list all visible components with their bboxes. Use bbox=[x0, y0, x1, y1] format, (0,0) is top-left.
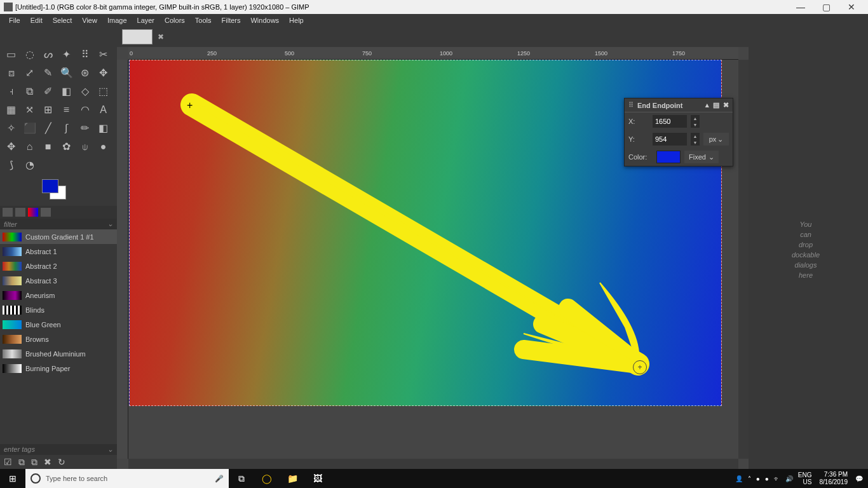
system-tray[interactable]: 👤 ˄ ● ● ᯤ 🔊 ENG US 7:36 PM 8/16/2019 💬 bbox=[730, 471, 868, 486]
menu-view[interactable]: View bbox=[77, 15, 102, 25]
menu-filters[interactable]: Filters bbox=[217, 15, 246, 25]
tool-button[interactable]: ◔ bbox=[20, 156, 39, 174]
tool-button[interactable]: ✂ bbox=[94, 45, 112, 64]
tool-button[interactable]: ᔕ bbox=[39, 45, 57, 64]
people-icon[interactable]: 👤 bbox=[735, 475, 743, 482]
horizontal-scrollbar[interactable] bbox=[128, 459, 738, 469]
ruler-vertical[interactable] bbox=[117, 60, 128, 459]
tray-icon[interactable]: ● bbox=[756, 475, 760, 482]
taskbar-search[interactable]: Type here to search 🎤 bbox=[25, 469, 229, 488]
tool-button[interactable]: ■ bbox=[39, 137, 57, 156]
tool-button[interactable]: ▭ bbox=[2, 45, 20, 64]
chevron-down-icon[interactable]: ⌄ bbox=[107, 220, 113, 228]
tool-button[interactable]: ✏ bbox=[76, 119, 94, 137]
start-button[interactable]: ⊞ bbox=[0, 473, 25, 484]
tool-button[interactable]: ⟆ bbox=[2, 156, 20, 174]
ime-lang[interactable]: ENG bbox=[798, 471, 812, 478]
gradient-list[interactable]: Custom Gradient 1 #1Abstract 1Abstract 2… bbox=[0, 229, 117, 444]
tool-button[interactable]: ⬚ bbox=[94, 82, 112, 100]
tool-button[interactable]: ✎ bbox=[39, 64, 57, 82]
menu-layer[interactable]: Layer bbox=[132, 15, 160, 25]
tool-button[interactable]: ⧉ bbox=[20, 82, 39, 100]
tab-icon[interactable] bbox=[41, 208, 51, 217]
menu-image[interactable]: Image bbox=[102, 15, 132, 25]
gradient-list-item[interactable]: Brushed Aluminium bbox=[0, 346, 117, 361]
tool-button[interactable]: 🔍 bbox=[57, 64, 76, 82]
task-view-button[interactable]: ⧉ bbox=[229, 473, 254, 484]
tool-button[interactable]: ✐ bbox=[39, 82, 57, 100]
tab-icon[interactable] bbox=[3, 208, 13, 217]
tray-icon[interactable]: ● bbox=[765, 475, 769, 482]
tool-button[interactable]: ⤧ bbox=[20, 100, 39, 119]
tool-button[interactable]: ✥ bbox=[94, 64, 112, 82]
gradient-list-item[interactable]: Aneurism bbox=[0, 288, 117, 302]
x-input[interactable]: 1650 bbox=[653, 115, 687, 128]
tool-button[interactable]: ⧈ bbox=[2, 64, 20, 82]
menu-colors[interactable]: Colors bbox=[159, 15, 190, 25]
menu-tools[interactable]: Tools bbox=[190, 15, 217, 25]
tool-button[interactable]: ⌂ bbox=[20, 137, 39, 156]
gradient-list-item[interactable]: Blue Green bbox=[0, 317, 117, 332]
close-tab-icon[interactable]: ✖ bbox=[158, 32, 164, 41]
menu-select[interactable]: Select bbox=[48, 15, 78, 25]
y-spinner[interactable]: ▲▼ bbox=[691, 133, 700, 146]
x-spinner[interactable]: ▲▼ bbox=[691, 115, 700, 128]
tool-button[interactable]: ⊛ bbox=[76, 64, 94, 82]
unit-select[interactable]: px ⌄ bbox=[703, 133, 729, 146]
tool-button[interactable]: ▦ bbox=[2, 100, 20, 119]
tool-button[interactable]: ⬛ bbox=[20, 119, 39, 137]
gradient-list-item[interactable]: Abstract 1 bbox=[0, 244, 117, 259]
tool-button[interactable]: ◇ bbox=[76, 82, 94, 100]
menu-help[interactable]: Help bbox=[284, 15, 309, 25]
gradient-action-button[interactable]: ☑ bbox=[4, 457, 12, 467]
tool-button[interactable]: ⠿ bbox=[76, 45, 94, 64]
ruler-horizontal[interactable]: 02505007501000125015001750 bbox=[128, 47, 738, 60]
taskbar-app-icon[interactable]: 📁 bbox=[280, 473, 305, 484]
image-tab[interactable] bbox=[122, 29, 153, 44]
tool-button[interactable]: ⊞ bbox=[39, 100, 57, 119]
gradient-filter[interactable]: filter ⌄ bbox=[0, 219, 117, 229]
gradient-list-item[interactable]: Browns bbox=[0, 332, 117, 346]
tool-button[interactable]: ◠ bbox=[76, 100, 94, 119]
tool-button[interactable]: ◧ bbox=[94, 119, 112, 137]
detach-icon[interactable]: ▴ bbox=[705, 101, 709, 109]
color-mode-select[interactable]: Fixed ⌄ bbox=[684, 151, 719, 163]
gradient-list-item[interactable]: Blinds bbox=[0, 302, 117, 317]
fg-color-swatch[interactable] bbox=[42, 179, 58, 193]
tool-button[interactable]: ⤢ bbox=[20, 64, 39, 82]
tool-button[interactable]: ◧ bbox=[57, 82, 76, 100]
menu-icon[interactable]: ▤ bbox=[713, 101, 719, 109]
gradient-action-button[interactable]: ✖ bbox=[44, 457, 51, 467]
close-button[interactable]: ✕ bbox=[839, 1, 864, 13]
endpoint-panel[interactable]: ⠿ End Endpoint ▴ ▤ ✖ X: 1650 ▲▼ Y: 954 ▲… bbox=[624, 98, 733, 166]
tool-button[interactable]: ● bbox=[94, 137, 112, 156]
tool-button[interactable]: ʃ bbox=[57, 119, 76, 137]
taskbar-app-icon[interactable]: 🖼 bbox=[305, 473, 330, 484]
maximize-button[interactable]: ▢ bbox=[813, 1, 839, 13]
gradient-list-item[interactable]: Abstract 2 bbox=[0, 259, 117, 273]
taskbar-app-icon[interactable]: ◯ bbox=[254, 473, 280, 484]
tool-button[interactable]: ✦ bbox=[57, 45, 76, 64]
menu-windows[interactable]: Windows bbox=[245, 15, 284, 25]
tool-button[interactable]: ≡ bbox=[57, 100, 76, 119]
tab-icon[interactable] bbox=[15, 208, 25, 217]
tool-button[interactable]: ⍦ bbox=[76, 137, 94, 156]
mic-icon[interactable]: 🎤 bbox=[215, 475, 224, 483]
chevron-down-icon[interactable]: ⌄ bbox=[107, 445, 113, 454]
notifications-icon[interactable]: 💬 bbox=[855, 475, 863, 482]
tool-button[interactable]: ◌ bbox=[20, 45, 39, 64]
volume-icon[interactable]: 🔊 bbox=[785, 475, 793, 482]
gradient-action-button[interactable]: ⧉ bbox=[18, 457, 25, 468]
minimize-button[interactable]: — bbox=[788, 1, 813, 13]
tool-button[interactable]: ✥ bbox=[2, 137, 20, 156]
tool-button[interactable]: ⫞ bbox=[2, 82, 20, 100]
tab-gradients-icon[interactable] bbox=[28, 208, 38, 217]
ime-region[interactable]: US bbox=[798, 478, 812, 485]
wifi-icon[interactable]: ᯤ bbox=[774, 475, 780, 482]
tool-button[interactable]: ✧ bbox=[2, 119, 20, 137]
gradient-list-item[interactable]: Custom Gradient 1 #1 bbox=[0, 229, 117, 244]
y-input[interactable]: 954 bbox=[653, 133, 687, 146]
gradient-action-button[interactable]: ↻ bbox=[58, 457, 65, 467]
endpoint-color-swatch[interactable] bbox=[656, 151, 681, 163]
tool-button[interactable]: A bbox=[94, 100, 112, 119]
